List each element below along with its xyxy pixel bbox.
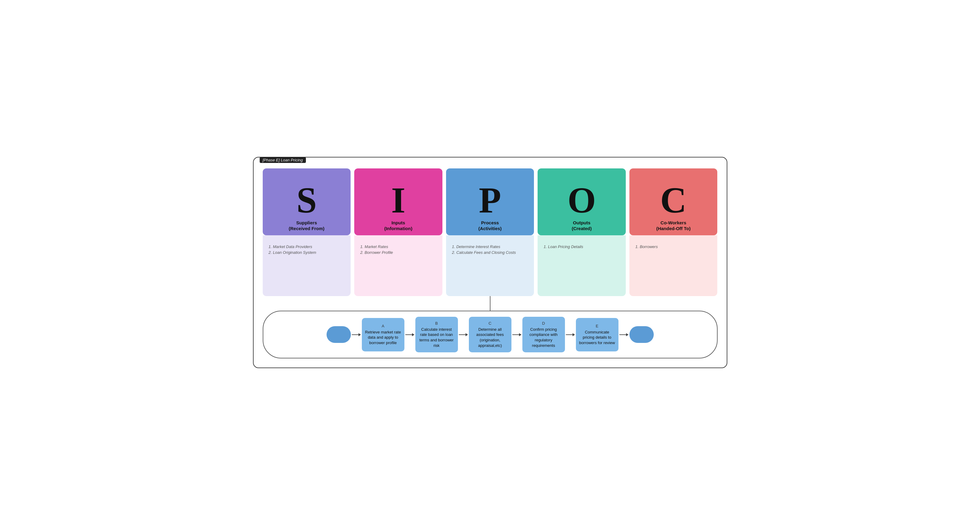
sipoc-i-item-1: Market Rates — [364, 244, 438, 249]
flow-node-a: A Retrieve market rate data and apply to… — [362, 318, 404, 352]
sipoc-col-s: S Suppliers(Received From) Market Data P… — [263, 169, 351, 296]
node-text-e: Communicate pricing details to borrowers… — [579, 329, 616, 346]
node-letter-c: C — [488, 321, 492, 326]
sipoc-c-item-1: Borrowers — [640, 244, 713, 249]
sipoc-s-item-1: Market Data Providers — [273, 244, 346, 249]
sipoc-letter-o: O — [567, 182, 596, 219]
svg-marker-5 — [466, 333, 468, 336]
arrow-3 — [511, 332, 522, 337]
arrow-1 — [404, 332, 415, 337]
node-text-a: Retrieve market rate data and apply to b… — [365, 329, 401, 346]
svg-marker-9 — [573, 333, 575, 336]
sipoc-letter-c: C — [660, 182, 687, 219]
node-letter-a: A — [382, 324, 384, 328]
arrow-4 — [565, 332, 576, 337]
svg-marker-11 — [626, 333, 628, 336]
flow-end-capsule — [629, 326, 654, 343]
sipoc-header-p: P Process(Activities) — [446, 169, 534, 235]
sipoc-section: S Suppliers(Received From) Market Data P… — [263, 169, 718, 296]
sipoc-body-s: Market Data Providers Loan Origination S… — [263, 235, 351, 296]
sipoc-title-p: Process(Activities) — [478, 220, 502, 232]
sipoc-col-p: P Process(Activities) Determine Interest… — [446, 169, 534, 296]
node-letter-d: D — [542, 321, 545, 326]
flow-node-c: C Determine all associated fees (origina… — [469, 317, 511, 352]
flow-node-d: D Confirm pricing compliance with regula… — [522, 317, 565, 352]
sipoc-header-s: S Suppliers(Received From) — [263, 169, 351, 235]
flow-section: A Retrieve market rate data and apply to… — [263, 311, 718, 358]
svg-marker-3 — [412, 333, 414, 336]
sipoc-s-item-2: Loan Origination System — [273, 250, 346, 255]
sipoc-i-item-2: Borrower Profile — [364, 250, 438, 255]
main-container: [Phase E] Loan Pricing S Suppliers(Recei… — [253, 157, 727, 368]
sipoc-title-i: Inputs(Information) — [384, 220, 412, 232]
flow-node-e: E Communicate pricing details to borrowe… — [576, 318, 619, 352]
node-text-b: Calculate interest rate based on loan te… — [418, 327, 455, 348]
sipoc-body-p: Determine Interest Rates Calculate Fees … — [446, 235, 534, 296]
sipoc-col-i: I Inputs(Information) Market Rates Borro… — [354, 169, 442, 296]
sipoc-title-s: Suppliers(Received From) — [289, 220, 325, 232]
arrow-5 — [619, 332, 629, 337]
flow-start-capsule — [326, 326, 351, 343]
sipoc-header-i: I Inputs(Information) — [354, 169, 442, 235]
node-letter-b: B — [435, 321, 438, 326]
sipoc-o-item-1: Loan Pricing Details — [548, 244, 621, 249]
sipoc-body-i: Market Rates Borrower Profile — [354, 235, 442, 296]
svg-marker-1 — [358, 333, 361, 336]
sipoc-letter-p: P — [479, 182, 501, 219]
flow-node-b: B Calculate interest rate based on loan … — [415, 317, 458, 352]
node-text-c: Determine all associated fees (originati… — [472, 327, 508, 348]
sipoc-p-item-2: Calculate Fees and Closing Costs — [457, 250, 530, 255]
sipoc-body-o: Loan Pricing Details — [538, 235, 626, 296]
arrow-0 — [351, 332, 362, 337]
svg-marker-7 — [519, 333, 522, 336]
sipoc-letter-s: S — [296, 182, 317, 219]
phase-label: [Phase E] Loan Pricing — [260, 157, 306, 163]
sipoc-col-o: O Outputs(Created) Loan Pricing Details — [538, 169, 626, 296]
node-text-d: Confirm pricing compliance with regulato… — [525, 327, 562, 348]
sipoc-letter-i: I — [391, 182, 406, 219]
sipoc-header-o: O Outputs(Created) — [538, 169, 626, 235]
sipoc-title-c: Co-Workers(Handed-Off To) — [656, 220, 690, 232]
node-letter-e: E — [596, 324, 598, 328]
sipoc-body-c: Borrowers — [629, 235, 718, 296]
sipoc-header-c: C Co-Workers(Handed-Off To) — [629, 169, 718, 235]
arrow-2 — [458, 332, 469, 337]
sipoc-col-c: C Co-Workers(Handed-Off To) Borrowers — [629, 169, 718, 296]
sipoc-p-item-1: Determine Interest Rates — [457, 244, 530, 249]
sipoc-title-o: Outputs(Created) — [572, 220, 592, 232]
connector-line — [263, 296, 718, 311]
